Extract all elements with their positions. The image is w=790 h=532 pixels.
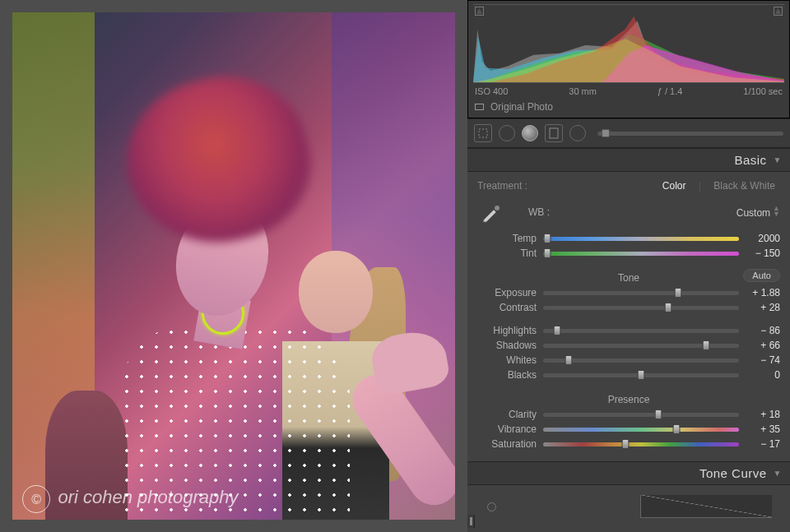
spot-removal-tool[interactable] [499, 125, 515, 141]
slider-highlights[interactable]: Highlights − 86 [477, 323, 780, 338]
exif-iso: ISO 400 [475, 86, 508, 96]
crop-tool[interactable] [474, 124, 492, 142]
exif-row: ISO 400 30 mm ƒ / 1.4 1/100 sec [473, 83, 784, 98]
tonecurve-panel-header[interactable]: Tone Curve ▼ [467, 461, 790, 485]
exif-shutter: 1/100 sec [743, 86, 783, 96]
slider-clarity[interactable]: Clarity + 18 [477, 407, 780, 422]
treatment-color[interactable]: Color [658, 180, 691, 192]
slider-temp[interactable]: Temp 2000 [477, 231, 780, 246]
slider-shadows[interactable]: Shadows + 66 [477, 338, 780, 353]
basic-panel-header[interactable]: Basic ▼ [467, 148, 790, 172]
value-contrast[interactable]: + 28 [746, 302, 780, 313]
presence-group: Presence [477, 391, 780, 407]
svg-rect-0 [479, 129, 487, 137]
value-whites[interactable]: − 74 [746, 354, 780, 366]
target-adjustment-tool[interactable] [487, 502, 496, 511]
tonecurve-title: Tone Curve [699, 466, 767, 480]
exif-aperture: ƒ / 1.4 [658, 86, 683, 96]
original-photo-label: Original Photo [490, 101, 553, 113]
svg-rect-1 [550, 128, 558, 138]
slider-exposure[interactable]: Exposure + 1.88 [477, 285, 780, 300]
rectangle-icon [475, 104, 484, 110]
slider-vibrance[interactable]: Vibrance + 35 [477, 422, 780, 437]
value-vibrance[interactable]: + 35 [746, 423, 780, 435]
value-tint[interactable]: − 150 [746, 247, 780, 259]
watermark: © ori cohen photography [22, 485, 238, 513]
value-saturation[interactable]: − 17 [746, 438, 780, 450]
slider-contrast[interactable]: Contrast + 28 [477, 300, 780, 315]
histogram-section: ISO 400 30 mm ƒ / 1.4 1/100 sec Original… [467, 0, 790, 118]
redeye-tool[interactable] [522, 125, 538, 141]
panel-toggle[interactable] [467, 515, 475, 528]
value-exposure[interactable]: + 1.88 [746, 287, 780, 298]
histogram[interactable] [473, 4, 784, 83]
slider-blacks[interactable]: Blacks 0 [477, 368, 780, 382]
photo-preview[interactable]: © ori cohen photography [12, 12, 455, 520]
tonecurve-panel-body [467, 485, 790, 528]
tone-curve-graph[interactable] [640, 495, 772, 518]
app-root: © ori cohen photography ISO [0, 0, 790, 532]
value-blacks[interactable]: 0 [746, 369, 780, 381]
svg-point-2 [495, 206, 500, 210]
wb-dropdown[interactable]: Custom▲▼ [601, 206, 780, 219]
wb-eyedropper-tool[interactable] [477, 198, 505, 226]
slider-tint[interactable]: Tint − 150 [477, 246, 780, 261]
value-clarity[interactable]: + 18 [746, 409, 780, 420]
tool-strip [467, 118, 790, 148]
chevron-down-icon: ▼ [774, 469, 782, 478]
preview-pane: © ori cohen photography [0, 0, 467, 532]
treatment-label: Treatment : [477, 180, 527, 192]
basic-title: Basic [734, 153, 766, 167]
graduated-filter-tool[interactable] [545, 124, 563, 142]
watermark-text: ori cohen photography [58, 487, 239, 507]
treatment-bw[interactable]: Black & White [709, 180, 780, 192]
exif-focal: 30 mm [569, 86, 597, 96]
develop-panel: ISO 400 30 mm ƒ / 1.4 1/100 sec Original… [467, 0, 790, 532]
value-shadows[interactable]: + 66 [746, 340, 780, 351]
chevron-down-icon: ▼ [774, 155, 782, 164]
slider-saturation[interactable]: Saturation − 17 [477, 437, 780, 451]
radial-filter-tool[interactable] [569, 125, 586, 141]
auto-tone-button[interactable]: Auto [743, 269, 780, 282]
value-highlights[interactable]: − 86 [746, 325, 780, 336]
slider-whites[interactable]: Whites − 74 [477, 353, 780, 368]
copyright-icon: © [22, 485, 50, 513]
value-temp[interactable]: 2000 [746, 233, 780, 244]
mask-overlay-slider[interactable] [597, 132, 783, 136]
tone-group: Tone Auto [477, 269, 780, 285]
original-photo-toggle[interactable]: Original Photo [473, 98, 784, 113]
wb-label: WB : [512, 206, 594, 218]
basic-panel-body: Treatment : Color | Black & White WB : C… [467, 172, 790, 461]
